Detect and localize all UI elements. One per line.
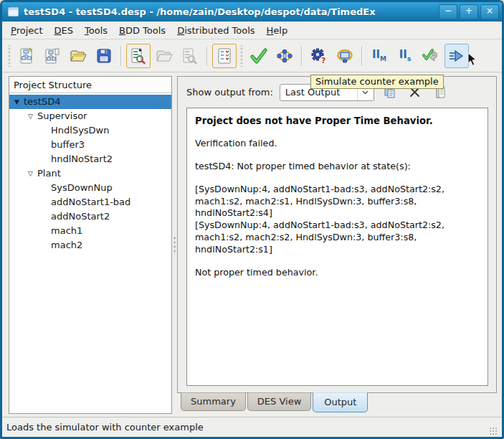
toolbar-handle[interactable] [239, 45, 244, 67]
maximize-button[interactable]: + [460, 4, 478, 19]
toolbar-separator [120, 46, 122, 66]
close-button[interactable]: × [480, 4, 499, 19]
tree-item-hndlnostart2[interactable]: hndlNoStart2 [9, 152, 171, 166]
toolbar-handle[interactable] [7, 45, 11, 67]
output-paragraph: Project does not have Proper Time Behavi… [195, 115, 480, 127]
menu-item-project[interactable]: Project [5, 24, 49, 37]
machine-icon[interactable] [333, 44, 357, 68]
app-window: testSD4 - testSD4.desp - /home/zain/Desk… [0, 0, 504, 439]
tree-item-plant[interactable]: ▽Plant [9, 166, 171, 181]
app-icon [8, 7, 19, 16]
statusbar: Loads the simulator with counter example [2, 417, 502, 437]
mouse-cursor [467, 52, 477, 67]
menu-item-bdd-tools[interactable]: BDD Tools [113, 24, 171, 37]
tree-item-label: hndlNoStart2 [51, 152, 113, 166]
check-properties-icon[interactable]: ? [307, 44, 331, 68]
open-folder-icon[interactable] [66, 44, 90, 68]
toolbar-separator [361, 46, 363, 66]
output-paragraph: Not proper timed behavior. [195, 267, 480, 279]
output-paragraph: Verification failed. [195, 138, 480, 150]
output-paragraph: testSD4: Not proper timed behavior at st… [195, 161, 480, 173]
menu-item-des[interactable]: DES [49, 24, 79, 37]
tree-expander-icon[interactable]: ▽ [26, 166, 35, 181]
project-structure-panel: Project Structure ▼testSD4▽SupervisorHnd… [9, 76, 172, 414]
svg-text:?: ? [321, 56, 325, 65]
output-paragraph: [SysDownNup:4, addNoStart1-bad:s3, addNo… [195, 184, 480, 256]
tab-summary[interactable]: Summary [181, 392, 246, 411]
tree-item-label: mach1 [51, 224, 82, 238]
tree-item-label: Plant [37, 166, 61, 181]
tree-item-label: addNoStart1-bad [51, 195, 130, 209]
tree-item-hndlsysdwn[interactable]: HndlSysDwn [9, 123, 171, 138]
titlebar: testSD4 - testSD4.desp - /home/zain/Desk… [2, 2, 502, 22]
output-tabbar: SummaryDES ViewOutput [177, 392, 497, 414]
verify-simulate-icon[interactable] [419, 44, 443, 68]
toolbar-separator [206, 46, 208, 66]
menubar: ProjectDESToolsBDD ToolsDistributed Tool… [2, 22, 502, 39]
tree-item-addnostart2[interactable]: addNoStart2 [9, 209, 171, 224]
tree-item-label: HndlSysDwn [51, 123, 109, 138]
menu-item-distributed-tools[interactable]: Distributed Tools [171, 24, 260, 37]
project-structure-header: Project Structure [9, 77, 171, 93]
tree-item-supervisor[interactable]: ▽Supervisor [9, 109, 171, 123]
window-title: testSD4 - testSD4.desp - /home/zain/Desk… [24, 6, 437, 17]
main-area: Project Structure ▼testSD4▽SupervisorHnd… [2, 72, 502, 417]
tree-item-buffer3[interactable]: buffer3 [9, 138, 171, 152]
tree-expander-icon[interactable]: ▽ [26, 109, 35, 123]
output-text-area[interactable]: Project does not have Proper Time Behavi… [186, 108, 488, 386]
verify-properties-icon[interactable] [126, 44, 151, 68]
save-icon[interactable] [92, 44, 116, 68]
new-project-icon[interactable] [14, 44, 39, 68]
minimize-button[interactable]: − [439, 4, 457, 19]
tree-item-sysdownnup[interactable]: SysDownNup [9, 181, 171, 195]
tooltip: Simulate counter example [310, 75, 444, 89]
check-icon[interactable] [247, 44, 271, 68]
tab-output[interactable]: Output [313, 392, 368, 412]
toolbar-separator [301, 46, 303, 66]
tree-item-label: testSD4 [24, 95, 61, 109]
parallel-s-icon[interactable]: IIs [393, 44, 417, 68]
parallel-s-label: IIs [399, 49, 412, 62]
resize-grip[interactable] [489, 427, 498, 435]
open-folder-disabled-icon [152, 44, 176, 68]
toolbar: ? IIM IIs [2, 39, 502, 72]
tree-item-label: Supervisor [37, 109, 87, 123]
status-message: Loads the simulator with counter example [6, 422, 489, 433]
tree-expander-icon[interactable]: ▼ [12, 95, 22, 109]
tree-item-testsd4[interactable]: ▼testSD4 [9, 95, 171, 109]
show-output-label: Show output from: [186, 87, 273, 98]
verify-disabled-icon [178, 44, 202, 68]
tree-item-mach1[interactable]: mach1 [9, 224, 171, 238]
tab-content-frame: Show output from: Last Output [177, 76, 497, 393]
tab-des-view[interactable]: DES View [247, 392, 311, 411]
menu-item-help[interactable]: Help [261, 24, 294, 37]
menu-item-tools[interactable]: Tools [79, 24, 113, 37]
simulate-counter-example-icon[interactable] [444, 44, 469, 68]
tree-item-label: addNoStart2 [51, 209, 110, 224]
tree-item-label: SysDownNup [51, 181, 113, 195]
splitter-handle[interactable] [172, 76, 177, 414]
project-tree: ▼testSD4▽SupervisorHndlSysDwnbuffer3hndl… [9, 93, 171, 413]
tree-item-label: buffer3 [51, 138, 85, 152]
tree-item-mach2[interactable]: mach2 [9, 238, 171, 252]
open-project-icon[interactable] [40, 44, 65, 68]
tree-item-addnostart1-bad[interactable]: addNoStart1-bad [9, 195, 171, 209]
output-panel: Show output from: Last Output [177, 76, 497, 414]
tree-item-label: mach2 [51, 238, 82, 252]
synthesis-icon[interactable] [272, 44, 297, 68]
parallel-m-icon[interactable]: IIM [367, 44, 391, 68]
enumerate-states-icon[interactable] [212, 44, 237, 68]
parallel-m-label: IIM [372, 49, 386, 62]
